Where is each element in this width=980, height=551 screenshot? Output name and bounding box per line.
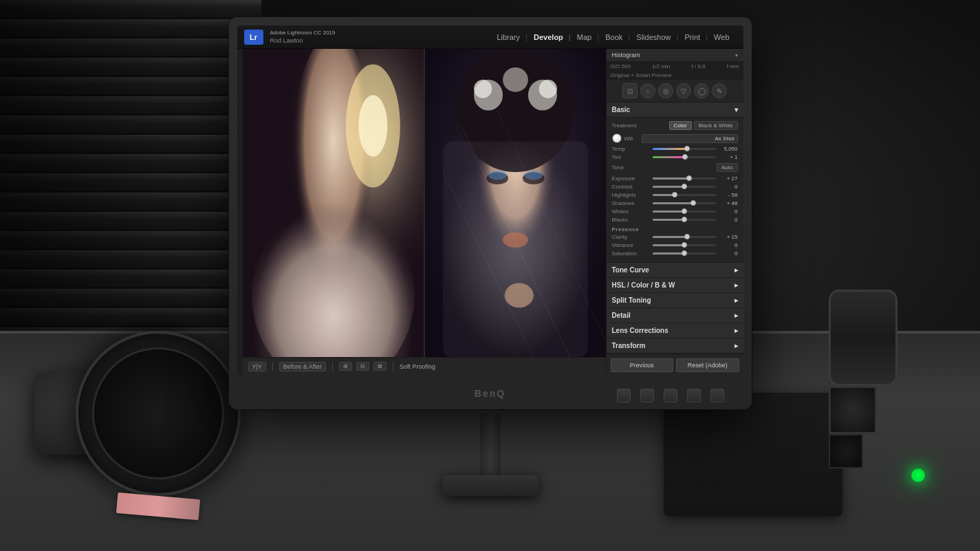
monitor: Lr Adobe Lightroom CC 2019 Rod Lawton Li… bbox=[229, 17, 752, 409]
iso-value: ISO 500 bbox=[611, 63, 631, 69]
exposure-slider-row: Exposure + 27 bbox=[612, 175, 738, 182]
blacks-slider-track[interactable] bbox=[653, 219, 716, 221]
wb-eyedropper-icon[interactable] bbox=[612, 133, 622, 143]
svg-point-21 bbox=[488, 171, 506, 180]
histogram-stats: ISO 500 1/2 min f / 8.8 f mm bbox=[607, 62, 743, 71]
highlights-slider-value: - 58 bbox=[719, 192, 738, 198]
saturation-slider-track[interactable] bbox=[653, 252, 716, 255]
yy-button[interactable]: Y|Y bbox=[248, 362, 266, 371]
transform-arrow[interactable]: ▸ bbox=[734, 342, 738, 349]
redeye-tool[interactable]: ◎ bbox=[658, 83, 673, 98]
exposure-slider-track[interactable] bbox=[653, 177, 716, 180]
graphics-tablet bbox=[664, 393, 842, 517]
split-toning-label: Split Toning bbox=[612, 296, 651, 304]
monitor-button-5[interactable] bbox=[710, 389, 724, 402]
nav-web[interactable]: Web bbox=[707, 30, 736, 44]
graduated-filter-tool[interactable]: ▽ bbox=[676, 83, 691, 98]
highlights-slider-label: Highlights bbox=[612, 192, 650, 198]
lens-corrections-section-header[interactable]: Lens Corrections ▸ bbox=[607, 323, 743, 338]
reset-button[interactable]: Reset (Adobe) bbox=[676, 358, 739, 372]
nav-library[interactable]: Library bbox=[490, 30, 527, 44]
camera-equipment bbox=[21, 303, 254, 496]
tint-slider-label: Tint bbox=[612, 154, 650, 160]
monitor-button-1[interactable] bbox=[617, 389, 631, 402]
right-develop-panel: Histogram ▾ bbox=[606, 49, 743, 375]
spot-removal-tool[interactable]: ○ bbox=[640, 83, 655, 98]
center-panel: Y|Y Before & After ⊞ ⊟ ⊠ Soft Proofing bbox=[243, 49, 606, 375]
nav-print[interactable]: Print bbox=[677, 30, 707, 44]
vibrance-slider-row: Vibrance 0 bbox=[612, 242, 738, 248]
previous-button[interactable]: Previous bbox=[611, 358, 674, 372]
color-button[interactable]: Color bbox=[669, 121, 692, 130]
compare-icon-2[interactable]: ⊟ bbox=[356, 362, 369, 371]
hsl-arrow[interactable]: ▸ bbox=[734, 281, 738, 289]
tone-auto-button[interactable]: Auto bbox=[717, 163, 737, 172]
tint-slider-track[interactable] bbox=[653, 156, 716, 158]
blacks-slider-value: 0 bbox=[719, 217, 738, 223]
temp-slider-track[interactable] bbox=[653, 148, 716, 150]
temp-slider-value: 5,050 bbox=[719, 146, 738, 152]
whites-slider-track[interactable] bbox=[653, 210, 716, 213]
vibrance-slider-track[interactable] bbox=[653, 244, 716, 246]
bottom-action-buttons: Previous Reset (Adobe) bbox=[607, 354, 743, 375]
bottom-toolbar: Y|Y Before & After ⊞ ⊟ ⊠ Soft Proofing bbox=[243, 357, 606, 375]
before-after-button[interactable]: Before & After bbox=[279, 362, 326, 371]
svg-point-18 bbox=[504, 283, 533, 307]
contrast-slider-row: Contrast 0 bbox=[612, 184, 738, 190]
transform-section-header[interactable]: Transform ▸ bbox=[607, 338, 743, 354]
tint-slider-row: Tint + 1 bbox=[612, 154, 738, 160]
nav-map[interactable]: Map bbox=[570, 30, 598, 44]
lightroom-topbar: Lr Adobe Lightroom CC 2019 Rod Lawton Li… bbox=[237, 25, 743, 49]
adjustment-brush-tool[interactable]: ✎ bbox=[712, 83, 727, 98]
toolbar-sep-1 bbox=[272, 362, 273, 371]
radial-filter-tool[interactable]: ◯ bbox=[694, 83, 709, 98]
nav-develop[interactable]: Develop bbox=[527, 30, 570, 44]
vibrance-slider-value: 0 bbox=[719, 242, 738, 248]
shadows-slider-track[interactable] bbox=[653, 202, 716, 204]
basic-collapse-arrow[interactable]: ▾ bbox=[734, 106, 738, 114]
histogram-label: Histogram bbox=[612, 52, 640, 58]
clarity-slider-track[interactable] bbox=[653, 236, 716, 238]
contrast-slider-value: 0 bbox=[719, 184, 738, 190]
photo-compare-area bbox=[243, 49, 606, 357]
split-toning-section-header[interactable]: Split Toning ▸ bbox=[607, 293, 743, 308]
svg-point-22 bbox=[524, 171, 542, 180]
compare-icon-3[interactable]: ⊠ bbox=[373, 362, 386, 371]
shutter-value: 1/2 min bbox=[652, 63, 670, 69]
tone-curve-section-header[interactable]: Tone Curve ▸ bbox=[607, 263, 743, 278]
smart-preview-status: Original + Smart Preview bbox=[607, 71, 743, 80]
split-toning-arrow[interactable]: ▸ bbox=[734, 296, 738, 304]
svg-rect-14 bbox=[443, 141, 587, 357]
monitor-button-3[interactable] bbox=[664, 389, 677, 402]
lens-corrections-arrow[interactable]: ▸ bbox=[734, 327, 738, 334]
hsl-section-header[interactable]: HSL / Color / B & W ▸ bbox=[607, 278, 743, 293]
treatment-label: Treatment bbox=[612, 122, 637, 129]
wb-value-display[interactable]: As Shot bbox=[642, 134, 738, 143]
monitor-button-4[interactable] bbox=[687, 389, 701, 402]
monitor-button-2[interactable] bbox=[640, 389, 654, 402]
histogram-collapse-arrow[interactable]: ▾ bbox=[735, 52, 738, 58]
lightroom-ui: Lr Adobe Lightroom CC 2019 Rod Lawton Li… bbox=[237, 25, 743, 375]
clarity-slider-row: Clarity + 15 bbox=[612, 234, 738, 240]
lightroom-navigation: Library Develop Map Book Slideshow Print… bbox=[490, 30, 736, 44]
left-panel-collapsed[interactable] bbox=[237, 49, 243, 375]
histogram-header[interactable]: Histogram ▾ bbox=[607, 49, 743, 62]
basic-section-header[interactable]: Basic ▾ bbox=[607, 102, 743, 118]
nav-slideshow[interactable]: Slideshow bbox=[629, 30, 677, 44]
compare-icon-1[interactable]: ⊞ bbox=[339, 362, 352, 371]
camera-lens-2 bbox=[829, 386, 877, 434]
clarity-slider-value: + 15 bbox=[719, 234, 738, 240]
app-name-text: Adobe Lightroom CC 2019 bbox=[270, 29, 336, 36]
tone-curve-arrow[interactable]: ▸ bbox=[734, 266, 738, 274]
detail-section-header[interactable]: Detail ▸ bbox=[607, 308, 743, 323]
basic-section-label: Basic bbox=[612, 106, 631, 114]
highlights-slider-track[interactable] bbox=[653, 194, 716, 196]
bw-button[interactable]: Black & White bbox=[694, 121, 738, 130]
detail-arrow[interactable]: ▸ bbox=[734, 312, 738, 319]
whites-slider-row: Whites 0 bbox=[612, 208, 738, 215]
saturation-slider-label: Saturation bbox=[612, 250, 650, 257]
temp-slider-label: Temp bbox=[612, 146, 650, 152]
contrast-slider-track[interactable] bbox=[653, 186, 716, 188]
crop-tool[interactable]: ⊡ bbox=[622, 83, 638, 98]
nav-book[interactable]: Book bbox=[598, 30, 629, 44]
